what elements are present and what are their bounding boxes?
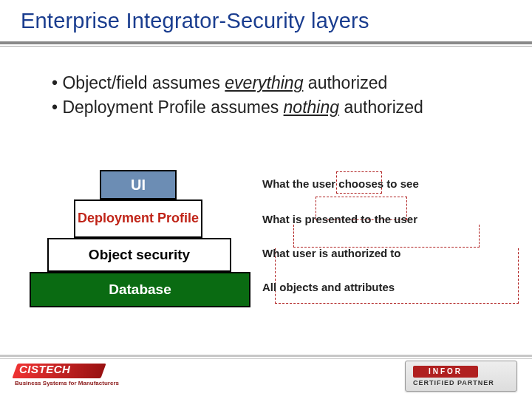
cistech-logo-text: CISTECH [19, 363, 70, 375]
title-rule [0, 41, 532, 44]
infor-badge-name: INFOR [413, 366, 478, 378]
bullet-2-em: nothing [284, 98, 339, 117]
bullet-2-post: authorized [339, 98, 423, 117]
desc-object-security: What user is authorized to [262, 247, 401, 259]
bullet-list: Object/field assumes everything authoriz… [22, 72, 532, 120]
layer-deployment-profile: Deployment Profile [74, 200, 202, 238]
bullet-1: Object/field assumes everything authoriz… [52, 72, 532, 95]
footer-rule [0, 355, 532, 357]
layer-database: Database [30, 272, 250, 307]
slide: Enterprise Integrator-Security layers Ob… [0, 0, 532, 399]
bullet-1-pre: Object/field assumes [62, 73, 225, 92]
desc-database: All objects and attributes [262, 281, 395, 293]
bullet-2: Deployment Profile assumes nothing autho… [52, 96, 532, 119]
diagram: UI Deployment Profile Object security Da… [0, 170, 532, 347]
bullet-1-post: authorized [303, 73, 387, 92]
bullet-2-pre: Deployment Profile assumes [62, 98, 283, 117]
footer-rule-thin [0, 358, 532, 359]
infor-badge-cert: CERTIFIED PARTNER [413, 379, 494, 386]
layer-object-security: Object security [47, 238, 231, 272]
footer: CISTECH Business Systems for Manufacture… [0, 355, 532, 399]
bullet-1-em: everything [225, 73, 303, 92]
desc-deployment-profile: What is presented to the user [262, 213, 417, 225]
layer-dp-label: Deployment Profile [78, 211, 199, 226]
cistech-logo: CISTECH Business Systems for Manufacture… [15, 364, 133, 395]
slide-title: Enterprise Integrator-Security layers [0, 0, 532, 33]
cistech-logo-tagline: Business Systems for Manufacturers [15, 380, 119, 386]
title-rule-thin [0, 46, 532, 47]
desc-ui: What the user chooses to see [262, 177, 419, 190]
infor-badge: INFOR CERTIFIED PARTNER [405, 361, 517, 392]
dashed-box-3 [293, 225, 480, 248]
layer-ui: UI [100, 170, 177, 200]
